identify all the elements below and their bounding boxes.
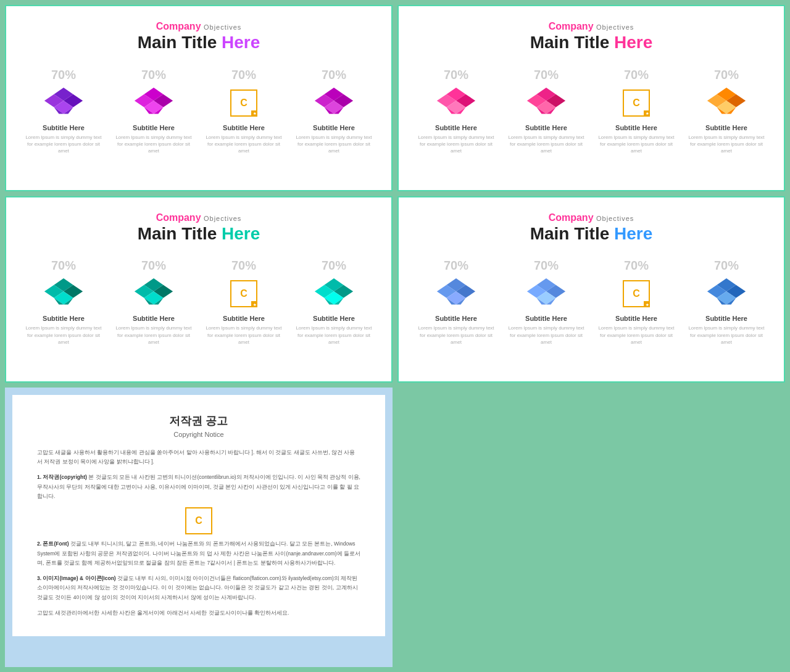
slide-2: Company Objectives Main Title Here 70% S… — [397, 5, 785, 191]
desc-2-1: Lorem Ipsum is simply dummy text for exa… — [417, 134, 496, 155]
copyright-subtitle: Copyright Notice — [37, 431, 360, 438]
c-logo-3: C ★ — [230, 276, 257, 311]
desc-4-2: Lorem Ipsum is simply dummy text for exa… — [507, 325, 586, 346]
subtitle-2-3: Subtitle Here — [615, 124, 657, 131]
c-logo-2: C ★ — [623, 86, 650, 120]
c-logo-4: C ★ — [623, 276, 650, 311]
subtitle-4-3: Subtitle Here — [615, 315, 657, 322]
desc-3-4: Lorem Ipsum is simply dummy text for exa… — [294, 325, 373, 346]
item-col-3-4: 70% Subtitle Here Lorem Ipsum is simply … — [294, 259, 373, 346]
objectives-word-1: Objectives — [204, 23, 241, 31]
dropbox-icon-4-4 — [707, 276, 746, 311]
subtitle-4-2: Subtitle Here — [525, 315, 567, 322]
copyright-para0: 고맙도 새글을 사용하서 활용하기 내용에 관심을 쏟아주어서 맡아 사용하시기… — [37, 448, 360, 467]
subtitle-3-2: Subtitle Here — [133, 315, 175, 322]
subtitle-3-4: Subtitle Here — [313, 315, 355, 322]
dropbox-icon-3-1 — [44, 276, 83, 311]
percent-1-4: 70% — [322, 68, 346, 82]
percent-3-1: 70% — [51, 259, 76, 273]
dropbox-icon-3-2 — [134, 276, 173, 311]
company-objectives-label-2: Company Objectives — [530, 21, 653, 32]
slide-3: Company Objectives Main Title Here 70% S… — [5, 196, 393, 383]
objectives-word-4: Objectives — [596, 215, 634, 222]
desc-1-4: Lorem Ipsum is simply dummy text for exa… — [294, 134, 373, 155]
items-row-1: 70% Subtitle Here Lorem Ipsum is simply … — [19, 68, 379, 155]
item-col-2-1: 70% Subtitle Here Lorem Ipsum is simply … — [417, 68, 496, 155]
company-word-2: Company — [549, 21, 594, 31]
main-title-1: Main Title Here — [138, 32, 260, 53]
copyright-area: 저작권 공고 Copyright Notice 고맙도 새글을 사용하서 활용하… — [5, 388, 393, 667]
company-objectives-label-3: Company Objectives — [138, 212, 260, 223]
desc-1-1: Lorem Ipsum is simply dummy text for exa… — [24, 134, 103, 155]
percent-2-1: 70% — [444, 68, 468, 82]
main-title-2: Main Title Here — [530, 32, 653, 53]
slide-1: Company Objectives Main Title Here 70% S… — [5, 5, 393, 191]
desc-4-4: Lorem Ipsum is simply dummy text for exa… — [687, 325, 766, 346]
subtitle-1-2: Subtitle Here — [133, 124, 175, 131]
c-logo-copyright: C — [37, 507, 360, 534]
copyright-section2: 2. 폰트(Font) 것글도 내부 티니시의, 달고 폰트와, 네이버 나눔폰… — [37, 539, 360, 568]
desc-1-3: Lorem Ipsum is simply dummy text for exa… — [204, 134, 283, 155]
desc-3-3: Lorem Ipsum is simply dummy text for exa… — [204, 325, 283, 346]
company-word-1: Company — [156, 21, 201, 31]
item-col-4-3: 70% C ★ Subtitle Here Lorem Ipsum is sim… — [597, 259, 676, 346]
percent-3-3: 70% — [231, 259, 256, 273]
dropbox-icon-4-1 — [436, 276, 476, 311]
percent-1-2: 70% — [141, 68, 166, 82]
percent-3-4: 70% — [322, 259, 346, 273]
item-col-3-2: 70% Subtitle Here Lorem Ipsum is simply … — [114, 259, 193, 346]
objectives-word-3: Objectives — [204, 215, 241, 222]
desc-4-3: Lorem Ipsum is simply dummy text for exa… — [597, 325, 676, 346]
company-word-3: Company — [156, 212, 201, 223]
desc-4-1: Lorem Ipsum is simply dummy text for exa… — [417, 325, 496, 346]
percent-2-3: 70% — [624, 68, 649, 82]
dropbox-icon-4-2 — [526, 276, 566, 311]
slide-1-header: Company Objectives Main Title Here — [138, 21, 260, 53]
percent-4-2: 70% — [534, 259, 559, 273]
c-logo-1: C ★ — [230, 86, 257, 120]
item-col-2-4: 70% Subtitle Here Lorem Ipsum is simply … — [687, 68, 766, 155]
percent-4-1: 70% — [444, 259, 468, 273]
slide-4: Company Objectives Main Title Here 70% S… — [397, 196, 785, 383]
items-row-2: 70% Subtitle Here Lorem Ipsum is simply … — [411, 68, 771, 155]
percent-4-3: 70% — [624, 259, 649, 273]
dropbox-icon-1-1 — [44, 86, 83, 120]
percent-4-4: 70% — [714, 259, 739, 273]
percent-3-2: 70% — [141, 259, 166, 273]
percent-1-3: 70% — [231, 68, 256, 82]
subtitle-1-4: Subtitle Here — [313, 124, 355, 131]
company-objectives-label-4: Company Objectives — [530, 212, 653, 223]
percent-2-4: 70% — [714, 68, 739, 82]
percent-1-1: 70% — [51, 68, 76, 82]
desc-2-4: Lorem Ipsum is simply dummy text for exa… — [687, 134, 766, 155]
copyright-section1: 1. 저작권(copyright) 본 것글도의 모든 내 사칸된 고변의 티니… — [37, 473, 360, 501]
slide-4-header: Company Objectives Main Title Here — [530, 212, 653, 244]
copyright-body: 고맙도 새글을 사용하서 활용하기 내용에 관심을 쏟아주어서 맡아 사용하시기… — [37, 448, 360, 618]
slide-2-header: Company Objectives Main Title Here — [530, 21, 653, 53]
item-col-1-2: 70% Subtitle Here Lorem Ipsum is simply … — [114, 68, 193, 155]
item-col-2-3: 70% C ★ Subtitle Here Lorem Ipsum is sim… — [597, 68, 676, 155]
item-col-4-1: 70% Subtitle Here Lorem Ipsum is simply … — [417, 259, 496, 346]
subtitle-3-1: Subtitle Here — [43, 315, 85, 322]
dropbox-icon-3-4 — [314, 276, 354, 311]
copyright-panel: 저작권 공고 Copyright Notice 고맙도 새글을 사용하서 활용하… — [12, 395, 385, 637]
subtitle-3-3: Subtitle Here — [223, 315, 265, 322]
item-col-1-3: 70% C ★ Subtitle Here Lorem Ipsum is sim… — [204, 68, 283, 155]
desc-2-2: Lorem Ipsum is simply dummy text for exa… — [507, 134, 586, 155]
dropbox-icon-1-2 — [134, 86, 173, 120]
item-col-4-4: 70% Subtitle Here Lorem Ipsum is simply … — [687, 259, 766, 346]
item-col-1-4: 70% Subtitle Here Lorem Ipsum is simply … — [294, 68, 373, 155]
company-word-4: Company — [549, 212, 594, 223]
subtitle-1-3: Subtitle Here — [223, 124, 265, 131]
dropbox-icon-1-4 — [314, 86, 354, 120]
desc-3-1: Lorem Ipsum is simply dummy text for exa… — [24, 325, 103, 346]
items-row-4: 70% Subtitle Here Lorem Ipsum is simply … — [411, 259, 771, 346]
dropbox-icon-2-4 — [707, 86, 746, 120]
subtitle-4-4: Subtitle Here — [705, 315, 747, 322]
objectives-word-2: Objectives — [596, 23, 634, 31]
desc-1-2: Lorem Ipsum is simply dummy text for exa… — [114, 134, 193, 155]
subtitle-2-4: Subtitle Here — [705, 124, 747, 131]
items-row-3: 70% Subtitle Here Lorem Ipsum is simply … — [19, 259, 379, 346]
dropbox-icon-2-2 — [526, 86, 566, 120]
subtitle-4-1: Subtitle Here — [435, 315, 477, 322]
